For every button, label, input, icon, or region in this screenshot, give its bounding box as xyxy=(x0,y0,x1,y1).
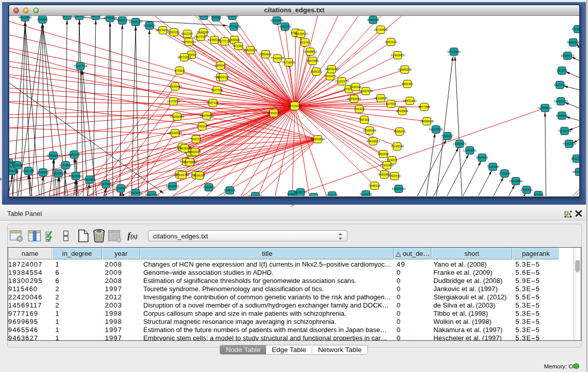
svg-text:5388311: 5388311 xyxy=(224,189,236,192)
svg-text:2386869: 2386869 xyxy=(203,186,215,189)
svg-text:7402873: 7402873 xyxy=(73,16,85,17)
svg-text:54292004: 54292004 xyxy=(170,115,184,118)
svg-text:5327099: 5327099 xyxy=(211,89,223,92)
svg-text:76880658: 76880658 xyxy=(567,41,579,44)
svg-text:387086: 387086 xyxy=(533,193,544,196)
svg-text:95930423: 95930423 xyxy=(168,132,182,135)
svg-text:25577107: 25577107 xyxy=(194,35,208,38)
svg-text:69704200: 69704200 xyxy=(182,40,196,43)
svg-text:47539752: 47539752 xyxy=(176,173,189,177)
svg-text:791423: 791423 xyxy=(354,107,365,111)
svg-text:6829715: 6829715 xyxy=(217,76,229,79)
svg-text:69558204: 69558204 xyxy=(47,154,60,157)
svg-text:9400475: 9400475 xyxy=(189,150,201,154)
svg-text:82631811: 82631811 xyxy=(166,185,180,188)
svg-text:3811240: 3811240 xyxy=(571,157,579,160)
svg-text:34079797: 34079797 xyxy=(294,191,308,194)
svg-text:90808173: 90808173 xyxy=(561,54,575,57)
svg-text:9412207: 9412207 xyxy=(181,32,193,35)
svg-text:10895802: 10895802 xyxy=(538,106,552,110)
svg-text:7970475: 7970475 xyxy=(324,75,336,78)
svg-text:91778378: 91778378 xyxy=(9,161,16,164)
svg-text:21220977: 21220977 xyxy=(114,187,128,190)
svg-text:64306409: 64306409 xyxy=(9,169,19,172)
svg-text:5053152: 5053152 xyxy=(168,31,180,34)
svg-text:2308303: 2308303 xyxy=(520,188,533,191)
svg-text:83666285: 83666285 xyxy=(573,170,579,173)
svg-text:95639424: 95639424 xyxy=(294,32,308,35)
svg-text:2721563: 2721563 xyxy=(498,172,511,175)
svg-text:93616533: 93616533 xyxy=(366,140,380,143)
svg-text:2526357: 2526357 xyxy=(52,172,64,175)
svg-text:42985235: 42985235 xyxy=(398,68,412,71)
svg-text:6698542: 6698542 xyxy=(556,114,568,117)
svg-text:9963310: 9963310 xyxy=(385,40,397,43)
svg-text:59830483: 59830483 xyxy=(392,187,406,190)
svg-text:972367: 972367 xyxy=(233,45,244,48)
svg-text:31779151: 31779151 xyxy=(227,25,241,28)
svg-text:5234195: 5234195 xyxy=(326,194,338,196)
svg-text:7287337: 7287337 xyxy=(90,16,102,17)
svg-text:8272628: 8272628 xyxy=(572,28,579,31)
svg-text:18724007: 18724007 xyxy=(288,104,302,107)
svg-text:58738289: 58738289 xyxy=(249,194,263,196)
svg-text:33595096: 33595096 xyxy=(363,129,377,132)
svg-text:46782118: 46782118 xyxy=(103,16,117,19)
svg-text:427656: 427656 xyxy=(386,102,397,105)
svg-text:7513689: 7513689 xyxy=(487,165,499,168)
svg-text:13454891: 13454891 xyxy=(463,149,477,152)
svg-text:2518966: 2518966 xyxy=(396,110,408,113)
svg-text:36866230: 36866230 xyxy=(325,68,339,71)
svg-text:8007101: 8007101 xyxy=(207,101,219,104)
svg-text:34414381: 34414381 xyxy=(447,50,461,53)
svg-text:19384554: 19384554 xyxy=(311,138,325,141)
svg-text:3607584: 3607584 xyxy=(307,59,319,62)
svg-text:9538360: 9538360 xyxy=(37,171,49,174)
svg-text:4850609: 4850609 xyxy=(259,53,272,56)
svg-text:74562016: 74562016 xyxy=(562,142,576,145)
svg-text:93497979: 93497979 xyxy=(359,90,373,93)
svg-text:1861565: 1861565 xyxy=(83,178,96,181)
svg-text:91529082: 91529082 xyxy=(129,191,143,194)
svg-text:424956: 424956 xyxy=(309,195,319,196)
svg-text:32979966: 32979966 xyxy=(99,183,113,186)
svg-text:31598832: 31598832 xyxy=(303,50,317,53)
svg-text:26739695: 26739695 xyxy=(374,28,388,31)
svg-text:754555: 754555 xyxy=(211,16,222,19)
svg-text:88978468: 88978468 xyxy=(200,114,214,117)
svg-text:82694030: 82694030 xyxy=(347,97,361,100)
svg-text:557203: 557203 xyxy=(359,118,370,121)
svg-text:7390697: 7390697 xyxy=(441,135,453,138)
svg-text:861136: 861136 xyxy=(557,69,567,72)
svg-text:8167949: 8167949 xyxy=(476,156,488,159)
svg-text:4689044: 4689044 xyxy=(367,18,379,21)
svg-text:14390903: 14390903 xyxy=(453,142,467,145)
svg-text:4509073: 4509073 xyxy=(394,130,406,133)
svg-text:6236390: 6236390 xyxy=(350,85,362,89)
svg-text:7790247: 7790247 xyxy=(196,125,208,128)
svg-text:4349295: 4349295 xyxy=(279,25,291,28)
svg-text:503743: 503743 xyxy=(300,41,311,44)
svg-text:566719: 566719 xyxy=(191,138,202,141)
svg-text:1950697: 1950697 xyxy=(377,152,389,156)
svg-text:654833: 654833 xyxy=(37,18,48,21)
svg-text:86937595: 86937595 xyxy=(429,128,443,131)
svg-text:9623790: 9623790 xyxy=(554,83,566,86)
svg-text:7826352: 7826352 xyxy=(401,82,413,85)
svg-text:73027318: 73027318 xyxy=(74,64,88,68)
svg-text:1312128: 1312128 xyxy=(22,169,34,172)
svg-text:53431941: 53431941 xyxy=(403,99,417,102)
svg-text:8100228: 8100228 xyxy=(68,153,80,156)
svg-text:6409921: 6409921 xyxy=(228,38,241,41)
svg-text:46103891: 46103891 xyxy=(18,16,32,19)
svg-text:71331502: 71331502 xyxy=(380,164,394,167)
svg-text:62902859: 62902859 xyxy=(391,54,405,57)
svg-text:95820300: 95820300 xyxy=(244,49,257,52)
svg-text:75732809: 75732809 xyxy=(282,61,296,64)
svg-text:75145348: 75145348 xyxy=(390,145,404,148)
svg-text:28572833: 28572833 xyxy=(178,56,191,59)
svg-text:8255382: 8255382 xyxy=(193,174,206,177)
svg-text:84915661: 84915661 xyxy=(69,174,83,178)
svg-text:466776: 466776 xyxy=(62,16,73,17)
svg-text:34120665: 34120665 xyxy=(374,97,388,100)
